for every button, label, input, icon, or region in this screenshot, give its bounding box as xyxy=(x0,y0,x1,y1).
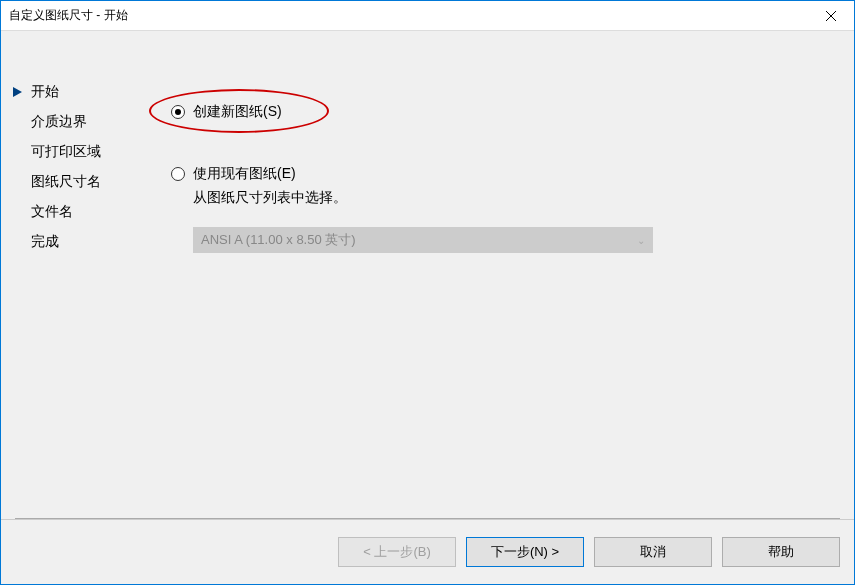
back-button: < 上一步(B) xyxy=(338,537,456,567)
radio-row-create[interactable]: 创建新图纸(S) xyxy=(171,103,824,121)
chevron-down-icon: ⌄ xyxy=(637,235,645,246)
wizard-steps-sidebar: 开始 介质边界 可打印区域 图纸尺寸名 文件名 完成 xyxy=(1,31,171,257)
titlebar: 自定义图纸尺寸 - 开始 xyxy=(1,1,854,31)
dropdown-selected-value: ANSI A (11.00 x 8.50 英寸) xyxy=(201,231,356,249)
close-button[interactable] xyxy=(808,1,854,31)
step-paper-size-name: 图纸尺寸名 xyxy=(31,167,171,197)
main-panel: 创建新图纸(S) 使用现有图纸(E) 从图纸尺寸列表中选择。 ANSI A (1… xyxy=(171,31,854,519)
existing-subtext: 从图纸尺寸列表中选择。 xyxy=(193,189,824,207)
window-title: 自定义图纸尺寸 - 开始 xyxy=(9,7,808,24)
help-button[interactable]: 帮助 xyxy=(722,537,840,567)
cancel-button[interactable]: 取消 xyxy=(594,537,712,567)
paper-size-dropdown: ANSI A (11.00 x 8.50 英寸) ⌄ xyxy=(193,227,653,253)
close-icon xyxy=(826,11,836,21)
radio-create-label: 创建新图纸(S) xyxy=(193,103,282,121)
next-button[interactable]: 下一步(N) > xyxy=(466,537,584,567)
step-media-bounds: 介质边界 xyxy=(31,107,171,137)
step-start: 开始 xyxy=(31,77,171,107)
radio-row-existing[interactable]: 使用现有图纸(E) xyxy=(171,165,824,183)
radio-existing-label: 使用现有图纸(E) xyxy=(193,165,296,183)
radio-use-existing[interactable] xyxy=(171,167,185,181)
radio-create-sheet[interactable] xyxy=(171,105,185,119)
step-printable-area: 可打印区域 xyxy=(31,137,171,167)
content-area: 开始 介质边界 可打印区域 图纸尺寸名 文件名 完成 创建新图纸(S) 使用现有… xyxy=(1,31,854,519)
step-file-name: 文件名 xyxy=(31,197,171,227)
footer-buttons: < 上一步(B) 下一步(N) > 取消 帮助 xyxy=(1,519,854,584)
step-finish: 完成 xyxy=(31,227,171,257)
